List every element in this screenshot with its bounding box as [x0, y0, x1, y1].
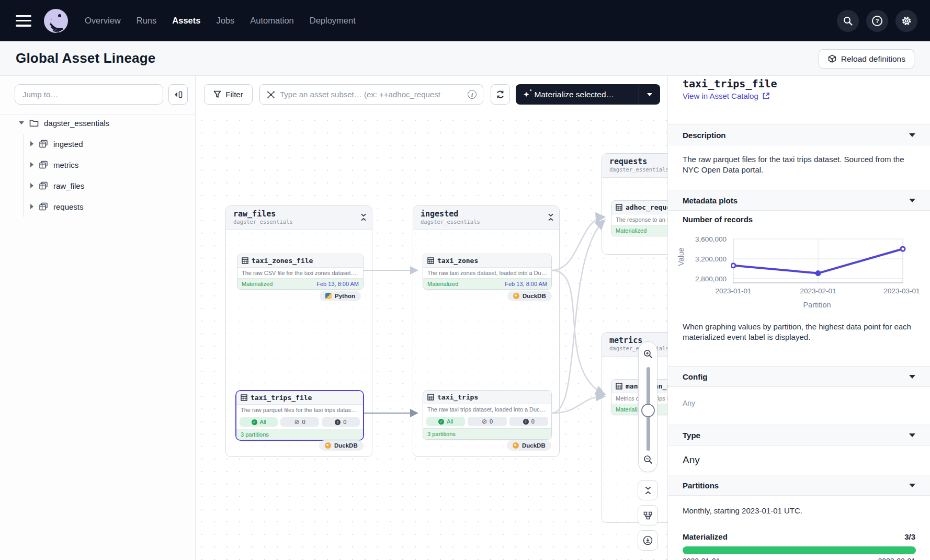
- rearrange-layout-button[interactable]: [638, 505, 658, 525]
- section-description[interactable]: Description: [668, 124, 930, 145]
- asset-description: The raw CSV file for the taxi zones data…: [237, 268, 363, 278]
- caret-right-icon[interactable]: [30, 183, 33, 188]
- partitions-materialized-pill[interactable]: ✓All: [240, 417, 278, 427]
- table-icon: [616, 383, 622, 390]
- zoom-in-button[interactable]: [640, 345, 655, 363]
- materialized-progress-bar: [683, 546, 916, 554]
- partitions-missing-pill[interactable]: ⊘0: [468, 417, 506, 426]
- group-name: requests: [609, 157, 667, 166]
- asset-group-icon: [39, 181, 48, 190]
- page-header: Global Asset Lineage Reload definitions: [0, 41, 930, 76]
- lineage-graph-canvas[interactable]: Filter i ✦✦ Materialize selected…: [196, 76, 667, 560]
- collapse-group-icon[interactable]: [548, 213, 554, 221]
- partition-count: 3 partitions: [236, 429, 363, 440]
- caret-down-icon[interactable]: [19, 121, 24, 124]
- section-caret-icon: [909, 433, 915, 437]
- dagster-logo[interactable]: [43, 8, 69, 34]
- tree-item-ingested[interactable]: ingested: [0, 134, 195, 154]
- asset-name: taxi_trips: [437, 393, 478, 401]
- search-icon[interactable]: [837, 10, 859, 32]
- view-in-asset-catalog-link[interactable]: View in Asset Catalog: [683, 92, 770, 100]
- partitions-failed-pill[interactable]: !0: [509, 417, 548, 426]
- nav-runs[interactable]: Runs: [137, 16, 157, 26]
- tree-item-raw-files[interactable]: raw_files: [0, 176, 195, 196]
- badge-label: DuckDB: [334, 442, 358, 449]
- collapse-vertical-icon: [644, 486, 652, 495]
- catalog-link-label: View in Asset Catalog: [683, 92, 758, 100]
- section-partitions[interactable]: Partitions: [668, 475, 930, 496]
- compute-kind-badge-duckdb: DuckDB: [507, 440, 551, 451]
- partitions-materialized-pill[interactable]: ✓All: [426, 417, 465, 426]
- dagster-app: Overview Runs Assets Jobs Automation Dep…: [0, 0, 930, 560]
- asset-description: The raw parquet files for the taxi trips…: [236, 405, 363, 415]
- asset-node-taxi-zones[interactable]: taxi_zones The raw taxi zones dataset, l…: [423, 254, 552, 290]
- caret-right-icon[interactable]: [30, 204, 33, 209]
- zoom-out-button[interactable]: [640, 450, 655, 469]
- section-caret-icon: [909, 133, 915, 137]
- section-config[interactable]: Config: [668, 366, 930, 387]
- partitions-missing-pill[interactable]: ⊘0: [280, 417, 319, 427]
- asset-name: adhoc_request: [626, 203, 667, 211]
- materialize-selected-button[interactable]: ✦✦ Materialize selected…: [516, 84, 660, 105]
- panel-collapse-icon: [174, 90, 183, 99]
- hamburger-menu-icon[interactable]: [16, 15, 31, 27]
- asset-description: The raw taxi trips dataset, loaded into …: [423, 404, 551, 415]
- y-tick: 3,200,000: [682, 255, 727, 263]
- section-caret-icon: [909, 375, 915, 379]
- collapse-group-icon[interactable]: [360, 213, 367, 221]
- plot-note-text: When graphing values by partition, the h…: [683, 322, 915, 343]
- info-icon[interactable]: i: [468, 90, 477, 99]
- refresh-button[interactable]: [491, 84, 510, 105]
- nav-assets[interactable]: Assets: [172, 16, 200, 26]
- section-metadata-plots[interactable]: Metadata plots: [668, 190, 930, 211]
- download-image-button[interactable]: [638, 530, 658, 551]
- asset-subset-input[interactable]: [280, 90, 463, 99]
- caret-right-icon[interactable]: [30, 162, 33, 167]
- filter-button[interactable]: Filter: [204, 84, 253, 105]
- materialize-dropdown-button[interactable]: [639, 84, 660, 105]
- nav-deployment[interactable]: Deployment: [310, 16, 356, 26]
- collapse-panel-button[interactable]: [168, 84, 188, 105]
- nav-jobs[interactable]: Jobs: [216, 16, 234, 26]
- tree-item-label: metrics: [53, 161, 78, 169]
- materialization-time[interactable]: Feb 13, 8:00 AM: [316, 281, 359, 287]
- asset-node-taxi-trips[interactable]: taxi_trips The raw taxi trips dataset, l…: [423, 390, 552, 440]
- reload-definitions-button[interactable]: Reload definitions: [819, 49, 914, 68]
- tree-item-requests[interactable]: requests: [0, 197, 195, 216]
- duckdb-icon: [513, 442, 519, 449]
- nav-automation[interactable]: Automation: [250, 16, 293, 26]
- jump-to-input[interactable]: [15, 84, 163, 105]
- section-type[interactable]: Type: [668, 425, 930, 445]
- check-icon: ✓: [252, 419, 257, 425]
- config-value: Any: [683, 398, 915, 408]
- zoom-slider-handle[interactable]: [641, 404, 655, 417]
- help-icon[interactable]: ?: [866, 10, 888, 32]
- external-link-icon: [762, 92, 770, 100]
- badge-label: Python: [335, 293, 355, 299]
- asset-node-adhoc-request[interactable]: adhoc_request The response to an req Mat…: [611, 200, 667, 236]
- asset-group-icon: [39, 202, 48, 211]
- type-value: Any: [683, 453, 915, 467]
- asset-node-taxi-zones-file[interactable]: taxi_zones_file The raw CSV file for the…: [237, 254, 364, 290]
- asset-group-icon: [39, 161, 48, 169]
- tree-item-label: ingested: [53, 140, 83, 148]
- partitions-failed-pill[interactable]: !0: [322, 417, 360, 427]
- number-of-records-line-chart: [731, 236, 907, 286]
- materialization-time[interactable]: Feb 13, 8:00 AM: [505, 281, 547, 287]
- y-tick: 3,600,000: [682, 235, 727, 243]
- status-materialized: Materialized: [616, 227, 647, 234]
- slashed-circle-icon: ⊘: [294, 419, 299, 425]
- asset-node-taxi-trips-file-selected[interactable]: taxi_trips_file The raw parquet files fo…: [235, 390, 364, 441]
- table-icon: [242, 257, 248, 264]
- group-header: raw_files dagster_essentials: [226, 206, 372, 230]
- asset-name: taxi_zones: [437, 257, 478, 265]
- settings-gear-icon[interactable]: [895, 10, 917, 32]
- top-nav: Overview Runs Assets Jobs Automation Dep…: [0, 0, 930, 41]
- tree-item-dagster-essentials[interactable]: dagster_essentials: [0, 113, 195, 133]
- collapse-all-groups-button[interactable]: [638, 480, 658, 500]
- caret-right-icon[interactable]: [30, 141, 33, 146]
- exclamation-icon: !: [523, 419, 529, 425]
- nav-overview[interactable]: Overview: [85, 16, 121, 26]
- tree-item-metrics[interactable]: metrics: [0, 155, 195, 175]
- python-icon: [325, 293, 332, 299]
